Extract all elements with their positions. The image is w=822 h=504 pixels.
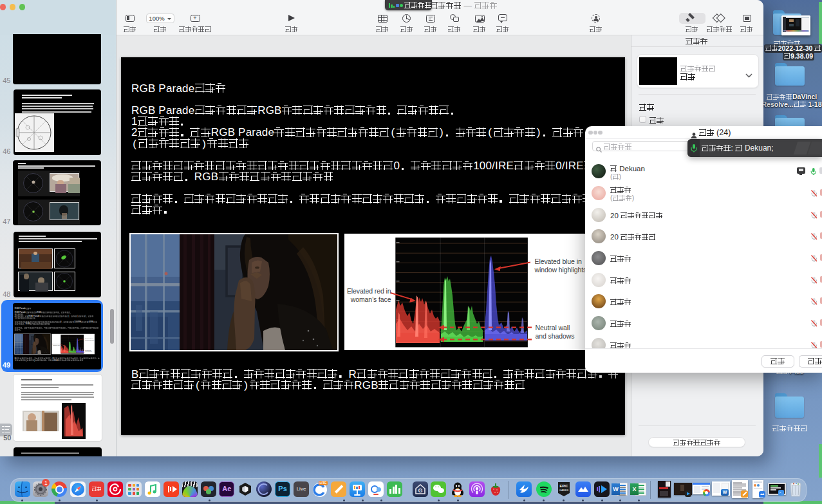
svg-text:GAMES: GAMES [559,489,568,492]
svg-text:EPIC: EPIC [559,484,568,488]
svg-text:G: G [418,487,422,494]
